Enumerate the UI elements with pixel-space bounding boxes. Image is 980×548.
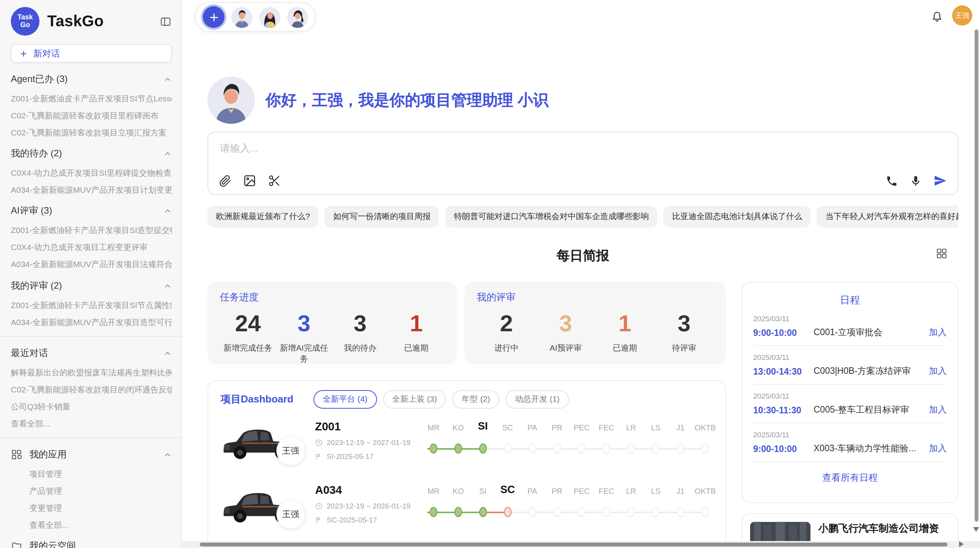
sidebar-task-item[interactable]: Z001-全新燃油皮卡产品开发项目SI节点Lesson Learn报告 <box>11 94 172 103</box>
sidebar-task-item[interactable]: A034-全新新能源MUV产品开发项目造型可行性评审 <box>11 317 172 326</box>
view-all-schedule-link[interactable]: 查看所有日程 <box>753 471 947 485</box>
top-bar: 王强 <box>182 0 980 34</box>
milestone-dot <box>652 507 660 517</box>
project-visual: 王强 <box>221 416 315 472</box>
project-owner-badge: 王强 <box>276 500 305 529</box>
section-my-todo[interactable]: 我的待办 (2) <box>11 147 172 160</box>
join-link[interactable]: 加入 <box>929 327 947 338</box>
recent-chat-item[interactable]: 公司Q3轻卡销量 <box>11 402 172 411</box>
sidebar-item-cloud-space[interactable]: 我的云空间 <box>11 539 172 548</box>
recent-chat-item[interactable]: C02-飞腾新能源轻客改款项目的闭环通告反馈情况 <box>11 384 172 394</box>
sidebar-task-item[interactable]: C0X4-动力总成开发项目工程变更评审 <box>11 243 172 252</box>
milestone-label: OKTB <box>695 487 716 495</box>
join-link[interactable]: 加入 <box>929 365 947 377</box>
tab-new-platform[interactable]: 全新平台 (4) <box>314 390 377 409</box>
assistant-avatar[interactable] <box>231 7 252 27</box>
event-title: C001-立项审批会 <box>814 327 929 338</box>
section-recent-chats[interactable]: 最近对话 <box>11 346 172 360</box>
scroll-right-arrow-icon[interactable] <box>959 541 964 547</box>
chevron-up-icon <box>163 75 172 84</box>
section-agent-done[interactable]: Agent已办 (3) <box>11 73 172 86</box>
horizontal-scrollbar-track[interactable] <box>182 541 980 548</box>
milestone-label: FEC <box>599 423 614 432</box>
suggestion-chips: 欧洲新规最近颁布了什么? 如何写一份清晰的项目周报 特朗普可能对进口汽车增税会对… <box>207 206 958 228</box>
send-icon[interactable] <box>934 174 947 187</box>
section-title: Agent已办 (3) <box>11 73 68 86</box>
milestone-label: PA <box>528 487 537 495</box>
sidebar-task-item[interactable]: C0X4-动力总成开发项目SI里程碑提交物检查 <box>11 168 172 177</box>
mic-icon[interactable] <box>910 175 922 187</box>
scissors-icon[interactable] <box>268 174 281 187</box>
join-link[interactable]: 加入 <box>929 443 947 454</box>
chat-input-card[interactable]: 请输入... <box>207 132 958 195</box>
milestone-dot <box>454 507 462 517</box>
vertical-scrollbar[interactable] <box>975 29 978 522</box>
app-item-change-mgmt[interactable]: 变更管理 <box>29 503 172 512</box>
scroll-down-arrow-icon[interactable] <box>973 527 979 532</box>
event-time: 9:00-10:00 <box>753 328 814 337</box>
join-link[interactable]: 加入 <box>929 404 947 416</box>
event-date: 2025/03/11 <box>753 392 947 400</box>
sidebar-collapse-icon[interactable] <box>159 15 172 27</box>
tab-powertrain[interactable]: 动总开发 (1) <box>505 390 569 409</box>
stat-label: AI预评审 <box>536 343 595 354</box>
project-info: Z001 2023-12-19 ~ 2027-01-19 SI-2025-05-… <box>315 416 427 472</box>
milestone-dot <box>627 444 635 454</box>
tab-year-model[interactable]: 年型 (2) <box>452 390 500 409</box>
suggestion-chip[interactable]: 特朗普可能对进口汽车增税会对中国车企造成哪些影响 <box>445 206 658 228</box>
sidebar-task-item[interactable]: Z001-全新燃油轻卡产品开发项目SI造型提交物评审 <box>11 226 172 235</box>
event-date: 2025/03/11 <box>753 314 947 323</box>
project-visual: 王强 <box>221 480 315 536</box>
app-item-product-mgmt[interactable]: 产品管理 <box>29 486 172 495</box>
phone-icon[interactable] <box>886 175 898 187</box>
milestone-dot <box>479 444 487 454</box>
suggestion-chip[interactable]: 比亚迪全固态电池计划具体说了什么 <box>664 206 811 228</box>
user-avatar[interactable]: 王强 <box>952 5 972 26</box>
milestone-label: LS <box>651 423 660 432</box>
milestone-dot <box>578 444 586 454</box>
sidebar-task-item[interactable]: Z001-全新燃油轻卡产品开发项目SI节点属性5D文件评审 <box>11 300 172 309</box>
suggestion-chip[interactable]: 当下年轻人对汽车外观有怎样的喜好趋势 <box>817 206 958 228</box>
project-dates: 2023-12-19 ~ 2027-01-19 <box>315 438 427 447</box>
milestone-dot <box>504 444 511 454</box>
project-code: A034 <box>315 484 427 496</box>
milestone-track: MRKOSISCPAPRPECFECLRLSJ1OKTB <box>427 480 713 536</box>
suggestion-chip[interactable]: 欧洲新规最近颁布了什么? <box>207 206 319 228</box>
recent-chat-item[interactable]: 解释最新出台的欧盟报废车法规再生塑料比例被调至15%... <box>11 367 172 377</box>
milestone-dot <box>479 507 487 517</box>
app-item-project-mgmt[interactable]: 项目管理 <box>29 469 172 478</box>
new-chat-button[interactable]: 新对话 <box>11 44 172 63</box>
assistant-avatar[interactable] <box>287 7 308 27</box>
notification-bell-icon[interactable] <box>930 10 944 23</box>
milestone-label: SC <box>502 423 513 432</box>
sidebar-item-my-apps[interactable]: 我的应用 <box>11 448 172 461</box>
brief-content-row: 任务进度 24 新增完成任务 3 新增AI完成任务 <box>207 282 958 548</box>
project-row[interactable]: 王强 A034 2023-12-19 ~ 2026-01-19 <box>221 480 713 536</box>
section-my-review[interactable]: 我的评审 (2) <box>11 279 172 292</box>
add-assistant-button[interactable] <box>203 6 224 28</box>
tab-new-body[interactable]: 全新上装 (3) <box>383 390 446 409</box>
stat-label: 新增AI完成任务 <box>276 343 332 365</box>
stat-value: 3 <box>332 310 388 336</box>
apps-view-all-link[interactable]: 查看全部... <box>29 520 172 529</box>
sidebar-task-item[interactable]: A034-全新新能源MUV产品开发项目计划变更表编写 <box>11 185 172 195</box>
logo-line-1: Task <box>17 14 33 21</box>
schedule-event: 2025/03/11 13:00-14:30 C003|H0B-方案冻结评审 加… <box>753 346 947 377</box>
project-row[interactable]: 王强 Z001 2023-12-19 ~ 2027-01-19 <box>221 416 713 472</box>
app-title: TaskGo <box>47 12 104 30</box>
suggestion-chip[interactable]: 如何写一份清晰的项目周报 <box>325 206 439 228</box>
milestone-label: PR <box>552 423 562 432</box>
sidebar-task-item[interactable]: A034-全新新能源MUV产品开发项目法规符合性评审 <box>11 260 172 269</box>
dashboard-header: 项目Dashboard 全新平台 (4) 全新上装 (3) 年型 (2) 动总开… <box>221 390 713 409</box>
sidebar-task-item[interactable]: C02-飞腾新能源轻客改款项目立项汇报方案 <box>11 128 172 137</box>
layout-grid-icon[interactable] <box>936 248 947 259</box>
clock-icon <box>315 438 323 446</box>
section-ai-review[interactable]: AI评审 (3) <box>11 205 172 218</box>
recent-view-all-link[interactable]: 查看全部... <box>11 419 172 428</box>
horizontal-scrollbar[interactable] <box>200 543 947 546</box>
attach-icon[interactable] <box>219 175 231 187</box>
assistant-avatar[interactable] <box>259 7 280 27</box>
stat-value: 24 <box>220 310 276 336</box>
sidebar-task-item[interactable]: C02-飞腾新能源轻客改款项目里程碑画布 <box>11 111 172 120</box>
image-icon[interactable] <box>243 174 256 187</box>
